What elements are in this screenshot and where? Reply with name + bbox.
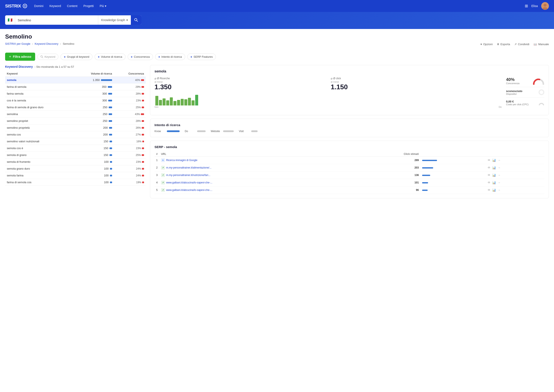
nav-keyword[interactable]: Keyword [49, 4, 61, 8]
table-row[interactable]: semola cos è 150 23% [5, 145, 146, 152]
breadcrumb-keyword-discovery[interactable]: Keyword Discovery [35, 42, 58, 45]
filter-serp[interactable]: + SERP Features [187, 54, 216, 60]
eye-icon[interactable]: 👁 [488, 181, 491, 184]
chart-icon[interactable]: 📊 [492, 188, 496, 192]
table-row[interactable]: semolino propriet 250 28% [5, 118, 146, 124]
eye-icon[interactable]: 👁 [488, 159, 491, 162]
serp-bar [422, 167, 433, 168]
volume-cell: 150 [72, 138, 114, 145]
detail-keyword-title: semola [154, 70, 544, 73]
null-icon: ⌀ [331, 77, 332, 80]
breadcrumb-home[interactable]: SISTRIX per Google [5, 42, 30, 45]
eye-icon[interactable]: 👁 [488, 188, 491, 192]
condividi-link[interactable]: ↗ Condividi [514, 43, 529, 46]
filter-keyword-groups[interactable]: + Gruppi di keyword [61, 54, 92, 60]
eye-icon[interactable]: 👁 [488, 173, 491, 177]
nav-more[interactable]: Più ▾ [100, 4, 106, 8]
serp-actions: 👁 📊 → [488, 159, 543, 162]
search-icon [41, 55, 43, 58]
chart-icon[interactable]: 📊 [492, 159, 496, 162]
serp-row[interactable]: 2 ↗ m.my-personaltrainer.it/alimentazion… [154, 164, 544, 171]
table-row[interactable]: semolino valori nutrizionali 150 16% [5, 138, 146, 145]
table-row[interactable]: semola di frumento 100 23% [5, 159, 146, 165]
eye-icon[interactable]: 👁 [488, 166, 491, 169]
filter-concorrenza[interactable]: + Concorrenza [128, 54, 153, 60]
intento-do: Do [185, 130, 206, 133]
serp-clicks: 101 [355, 179, 421, 186]
search-type-selector[interactable]: Knowledge Graph ▾ [98, 15, 131, 25]
serp-clicks: 96 [355, 186, 421, 194]
table-row[interactable]: cos è la semola 300 23% [5, 97, 146, 104]
intento-know: Know [154, 130, 180, 133]
arrow-icon[interactable]: → [498, 166, 500, 169]
serp-row[interactable]: 5 ↗ www.galbani.it/abcucina/lo-sapevi-ch… [154, 186, 544, 194]
serp-row[interactable]: 4 ↗ www.galbani.it/abcucina/lo-sapevi-ch… [154, 179, 544, 186]
filter-bar: + Filtra adesso Keyword + Gruppi di keyw… [5, 53, 549, 61]
manuale-link[interactable]: 📖 Manuale [533, 43, 549, 46]
concorrenza-cell: 25% [114, 104, 146, 111]
serp-table: # URL Click stimati 1 G Ricerca immagini… [154, 152, 544, 194]
serp-row[interactable]: 1 G Ricerca immagini di Google 289 👁 📊 → [154, 157, 544, 164]
keyword-cell: semola di grano [5, 152, 72, 159]
table-row[interactable]: semola grano duro 100 24% [5, 165, 146, 172]
table-row[interactable]: farina semola 300 28% [5, 90, 146, 97]
chart-bar [181, 99, 184, 105]
logo[interactable]: SISTRIX [5, 4, 27, 8]
keyword-cell: semolino propriet [5, 118, 72, 124]
table-row[interactable]: semolina 250 43% [5, 111, 146, 118]
serp-url-link[interactable]: www.galbani.it/abcucina/lo-sapevi-che-..… [166, 181, 212, 184]
concorrenza-cell: 28% [114, 118, 146, 124]
table-header-row: Keyword Discovery - Sto mostrando da 1 a… [5, 65, 146, 68]
chart-icon[interactable]: 📊 [492, 181, 496, 184]
filter-main-button[interactable]: + Filtra adesso [5, 53, 35, 61]
serp-url-link[interactable]: www.galbani.it/abcucina/lo-sapevi-che-..… [166, 189, 212, 191]
dispositivi-gauge [539, 89, 544, 95]
serp-row[interactable]: 3 ↗ m.my-personaltrainer.it/nutrizione/f… [154, 171, 544, 179]
table-row[interactable]: farina di semola 350 29% [5, 84, 146, 90]
chart-icon[interactable]: 📊 [492, 166, 496, 169]
serp-actions: 👁 📊 → [488, 166, 543, 169]
filter-volume[interactable]: + Volume di ricerca [95, 54, 125, 60]
arrow-icon[interactable]: → [498, 173, 500, 177]
serp-bar [422, 190, 428, 191]
nav-content[interactable]: Content [67, 4, 77, 8]
grid-icon[interactable]: ⊞ [525, 4, 528, 8]
breadcrumb-current: Semolino [63, 42, 74, 45]
search-input[interactable] [15, 15, 98, 25]
esporta-link[interactable]: ⬇ Esporta [497, 43, 510, 46]
concorrenza-cell: 25% [114, 152, 146, 159]
col-keyword-header: Keyword [5, 71, 72, 77]
table-row[interactable]: semola farina 100 24% [5, 172, 146, 179]
table-row[interactable]: farina di semola cos 100 19% [5, 179, 146, 186]
table-row[interactable]: semola di grano 150 25% [5, 152, 146, 159]
logo-text: SISTRIX [5, 4, 21, 8]
serp-clicks: 203 [355, 164, 421, 171]
keyword-cell: semolino valori nutrizionali [5, 138, 72, 145]
click-value: 1.150 [331, 83, 502, 91]
chart-icon[interactable]: 📊 [492, 173, 496, 177]
serp-url-link[interactable]: m.my-personaltrainer.it/nutrizione/fari.… [166, 174, 210, 177]
concorrenza-cell: 28% [114, 90, 146, 97]
serp-bar [422, 175, 430, 176]
serp-url-link[interactable]: Ricerca immagini di Google [166, 159, 197, 162]
arrow-icon[interactable]: → [498, 159, 500, 162]
table-row[interactable]: farina di semola di grano duro 250 25% [5, 104, 146, 111]
nav-progetti[interactable]: Progetti [83, 4, 94, 8]
intento-visit: Visit [239, 130, 258, 133]
keyword-search-chip[interactable]: Keyword [37, 54, 59, 60]
opzioni-link[interactable]: ▾ Opzioni [480, 43, 493, 46]
search-button[interactable] [131, 15, 141, 25]
avatar[interactable] [541, 2, 549, 10]
cpc-value: 0,00 € [506, 100, 529, 103]
svg-line-8 [42, 57, 43, 58]
arrow-icon[interactable]: → [498, 181, 500, 184]
arrow-icon[interactable]: → [498, 188, 500, 192]
table-row[interactable]: semola cos 200 27% [5, 131, 146, 138]
keyword-table-panel: Keyword Discovery - Sto mostrando da 1 a… [5, 65, 146, 198]
table-row[interactable]: semola 1.350 40% [5, 77, 146, 84]
country-flag[interactable]: 🇮🇹 [5, 15, 15, 25]
table-row[interactable]: semolino proprietà 200 26% [5, 124, 146, 131]
serp-url-link[interactable]: m.my-personaltrainer.it/alimentazione/..… [166, 166, 212, 169]
nav-domini[interactable]: Domini [34, 4, 43, 8]
filter-intento[interactable]: + Intento di ricerca [155, 54, 185, 60]
